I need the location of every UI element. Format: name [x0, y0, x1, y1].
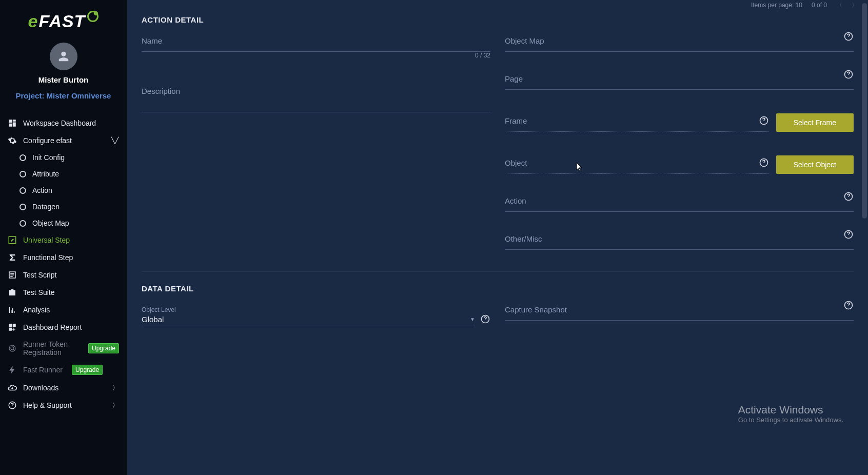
- briefcase-icon: [8, 288, 17, 297]
- nav-functional-step[interactable]: Functional Step: [0, 249, 127, 266]
- field-action: Action: [505, 197, 854, 212]
- nav-datagen[interactable]: Datagen: [0, 199, 127, 215]
- windows-activation-watermark: Activate Windows Go to Settings to activ…: [738, 404, 843, 424]
- nav-workspace-dashboard[interactable]: Workspace Dashboard: [0, 114, 127, 132]
- dashboard-icon: [8, 118, 17, 128]
- page-input[interactable]: [505, 75, 854, 90]
- frame-input[interactable]: [505, 117, 769, 132]
- nav-init-config[interactable]: Init Config: [0, 149, 127, 166]
- page-range: 0 of 0: [812, 2, 827, 9]
- select-object-button[interactable]: Select Object: [776, 155, 854, 174]
- chevron-down-icon: ╲╱: [111, 137, 119, 144]
- upgrade-badge[interactable]: Upgrade: [88, 343, 119, 353]
- chevron-right-icon: 〉: [112, 384, 119, 392]
- field-object-map: Object Map: [505, 37, 854, 52]
- person-icon: [56, 49, 71, 64]
- avatar[interactable]: [50, 43, 77, 70]
- description-input[interactable]: [142, 88, 490, 112]
- app-logo: e FAST: [0, 9, 127, 43]
- caret-down-icon: ▼: [470, 316, 475, 322]
- nav-universal-step[interactable]: Universal Step: [0, 231, 127, 249]
- fingerprint-icon: [8, 344, 17, 353]
- object-level-label: Object Level: [142, 306, 475, 313]
- edit-square-icon: [8, 235, 17, 245]
- field-capture-snapshot: Capture Snapshot: [505, 306, 854, 321]
- section-action-detail: ACTION DETAIL: [142, 15, 854, 24]
- help-icon[interactable]: [843, 69, 854, 82]
- bar-chart-icon: [8, 305, 17, 314]
- nav: Workspace Dashboard Configure efast ╲╱ I…: [0, 114, 127, 475]
- field-object-row: Object Select Object: [505, 155, 854, 174]
- next-page-icon[interactable]: 〉: [852, 1, 858, 10]
- project-name[interactable]: Project: Mister Omniverse: [16, 91, 111, 100]
- help-icon[interactable]: [843, 31, 854, 44]
- name-input[interactable]: [142, 37, 490, 52]
- nav-downloads[interactable]: Downloads 〉: [0, 379, 127, 397]
- nav-object-map[interactable]: Object Map: [0, 215, 127, 231]
- gear-icon: [8, 136, 17, 145]
- section-divider: [142, 271, 854, 272]
- bolt-icon: [8, 365, 17, 374]
- svg-point-1: [11, 347, 14, 350]
- user-name: Mister Burton: [38, 75, 89, 84]
- help-icon[interactable]: [480, 314, 490, 326]
- sigma-icon: [8, 253, 17, 262]
- radio-icon: [19, 154, 26, 161]
- nav-configure-efast[interactable]: Configure efast ╲╱: [0, 132, 127, 149]
- logo-e: e: [28, 11, 38, 31]
- nav-dashboard-report[interactable]: Dashboard Report: [0, 319, 127, 336]
- field-description: Description: [142, 88, 490, 114]
- radio-icon: [19, 204, 26, 210]
- radio-icon: [19, 171, 26, 177]
- help-icon[interactable]: [843, 191, 854, 204]
- nav-runner-token[interactable]: Runner Token Registration Upgrade: [0, 336, 127, 361]
- main-panel: Items per page: 10 0 of 0 〈 〉 ACTION DET…: [127, 0, 868, 475]
- object-input[interactable]: [505, 160, 769, 174]
- field-frame-row: Frame Select Frame: [505, 113, 854, 132]
- nav-fast-runner[interactable]: Fast Runner Upgrade: [0, 361, 127, 379]
- action-input[interactable]: [505, 197, 854, 212]
- sidebar: e FAST Mister Burton Project: Mister Omn…: [0, 0, 127, 475]
- field-page: Page: [505, 75, 854, 90]
- nav-action[interactable]: Action: [0, 182, 127, 199]
- radio-icon: [19, 187, 26, 194]
- logo-orbit-icon: [87, 11, 98, 22]
- grid-add-icon: [8, 323, 17, 332]
- scrollbar-thumb[interactable]: [862, 3, 867, 219]
- field-name: Name 0 / 32: [142, 37, 490, 52]
- svg-point-0: [9, 345, 15, 351]
- nav-test-suite[interactable]: Test Suite: [0, 284, 127, 301]
- object-level-select[interactable]: Global ▼: [142, 315, 475, 326]
- nav-help-support[interactable]: Help & Support 〉: [0, 397, 127, 414]
- prev-page-icon[interactable]: 〈: [836, 1, 842, 10]
- help-icon[interactable]: [759, 115, 769, 128]
- field-object-level: Object Level Global ▼: [142, 306, 490, 326]
- help-icon[interactable]: [759, 157, 769, 170]
- radio-icon: [19, 220, 26, 227]
- select-frame-button[interactable]: Select Frame: [776, 113, 854, 132]
- name-char-count: 0 / 32: [475, 52, 490, 59]
- capture-snapshot-input[interactable]: [505, 306, 854, 321]
- cloud-download-icon: [8, 383, 17, 392]
- help-icon[interactable]: [843, 229, 854, 242]
- other-input[interactable]: [505, 235, 854, 250]
- nav-attribute[interactable]: Attribute: [0, 166, 127, 182]
- list-icon: [8, 270, 17, 280]
- help-circle-icon: [8, 401, 17, 410]
- logo-text: FAST: [39, 11, 86, 31]
- object-map-input[interactable]: [505, 37, 854, 52]
- field-other: Other/Misc: [505, 235, 854, 250]
- user-block: Mister Burton Project: Mister Omniverse: [0, 43, 127, 100]
- section-data-detail: DATA DETAIL: [142, 284, 854, 293]
- nav-test-script[interactable]: Test Script: [0, 266, 127, 284]
- items-per-page[interactable]: Items per page: 10: [751, 2, 802, 9]
- chevron-right-icon: 〉: [112, 401, 119, 410]
- help-icon[interactable]: [843, 300, 854, 312]
- pagination-strip: Items per page: 10 0 of 0 〈 〉: [751, 0, 858, 10]
- nav-analysis[interactable]: Analysis: [0, 301, 127, 319]
- upgrade-badge[interactable]: Upgrade: [72, 365, 103, 375]
